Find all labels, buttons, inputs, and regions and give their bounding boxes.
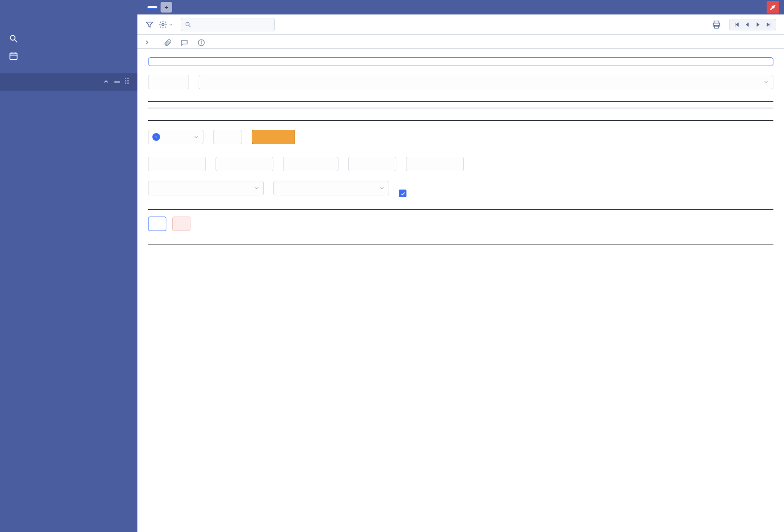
- arrow-down-circle-icon: [152, 133, 160, 141]
- comment-icon[interactable]: [180, 39, 189, 47]
- search-input[interactable]: [181, 18, 275, 31]
- info-icon[interactable]: [197, 39, 205, 47]
- record-nav: [729, 19, 776, 30]
- date-from-input[interactable]: [148, 157, 206, 171]
- gear-icon: [159, 20, 167, 29]
- request-for-select[interactable]: [148, 130, 203, 144]
- sidebar-group-system-administration[interactable]: [0, 73, 137, 91]
- hidden-badge: [114, 82, 120, 82]
- svg-point-7: [186, 22, 189, 26]
- toolbar-search: [181, 18, 275, 31]
- topbar: +: [137, 0, 784, 14]
- status-strip: [148, 108, 773, 109]
- drag-handle-icon[interactable]: [125, 78, 131, 86]
- wrench-icon: [7, 77, 16, 87]
- charged-days-input[interactable]: [406, 157, 464, 171]
- print-icon[interactable]: [712, 20, 721, 29]
- manager-approves-checkbox[interactable]: [399, 190, 410, 197]
- chevron-down-icon: [168, 22, 173, 27]
- sidebar-search[interactable]: [0, 30, 137, 47]
- send-request-button[interactable]: [148, 217, 166, 231]
- avatar[interactable]: [752, 2, 763, 13]
- replacement-select[interactable]: [148, 181, 264, 195]
- tab-add-button[interactable]: +: [161, 2, 172, 13]
- available-free-days-value: [252, 130, 295, 144]
- chevron-down-icon: [763, 79, 769, 85]
- employee-select[interactable]: [199, 75, 773, 89]
- svg-rect-11: [715, 25, 718, 28]
- search-icon: [185, 21, 191, 28]
- chevron-down-icon: [254, 185, 259, 191]
- svg-line-8: [189, 25, 191, 27]
- svg-rect-2: [10, 53, 17, 59]
- svg-point-0: [10, 35, 15, 40]
- tabs-row: [137, 35, 784, 49]
- manager-select[interactable]: [273, 181, 389, 195]
- sidebar-calendar[interactable]: [0, 47, 137, 65]
- admin-wrench-button[interactable]: [767, 1, 779, 14]
- first-record-icon[interactable]: [733, 21, 740, 28]
- calendar-icon: [9, 51, 18, 61]
- divider: [148, 209, 773, 210]
- toolbar: [137, 14, 784, 35]
- sidebar: [0, 0, 137, 532]
- content: [137, 49, 784, 532]
- employee-passcode-input[interactable]: [148, 75, 189, 89]
- last-record-icon[interactable]: [765, 21, 772, 28]
- next-record-icon[interactable]: [755, 21, 761, 28]
- svg-line-1: [15, 40, 17, 42]
- prev-record-icon[interactable]: [744, 21, 751, 28]
- tab-all[interactable]: [147, 6, 158, 9]
- svg-point-14: [201, 41, 202, 41]
- svg-point-6: [162, 23, 164, 26]
- chevron-up-icon: [103, 78, 109, 86]
- chevron-down-icon: [193, 134, 199, 140]
- page-title: [148, 57, 773, 66]
- filter-icon[interactable]: [145, 20, 154, 29]
- official-free-days-input[interactable]: [348, 157, 396, 171]
- status-section-label: [148, 98, 773, 100]
- settings-dropdown[interactable]: [159, 20, 173, 29]
- chevron-down-icon: [379, 185, 385, 191]
- check-icon: [400, 191, 406, 196]
- calendar-days-input[interactable]: [283, 157, 338, 171]
- options-section-label: [148, 206, 773, 208]
- divider: [148, 245, 773, 245]
- date-to-input[interactable]: [216, 157, 273, 171]
- dates-section-label: [148, 117, 773, 119]
- expand-tabs-icon[interactable]: [141, 37, 153, 48]
- wrench-icon: [769, 3, 777, 11]
- divider: [148, 101, 773, 102]
- attachment-icon[interactable]: [163, 39, 172, 47]
- divider: [148, 120, 773, 121]
- for-year-input[interactable]: [213, 130, 242, 144]
- search-icon: [9, 34, 18, 43]
- cancel-button[interactable]: [172, 217, 190, 231]
